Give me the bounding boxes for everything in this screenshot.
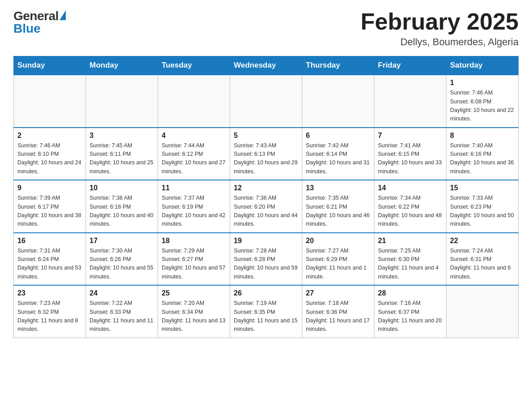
logo-triangle-icon [60,10,66,20]
calendar-day-header: Sunday [14,56,86,75]
day-info: Sunrise: 7:18 AMSunset: 6:36 PMDaylight:… [306,299,370,334]
calendar-cell: 5Sunrise: 7:43 AMSunset: 6:13 PMDaylight… [230,128,302,180]
day-number: 22 [450,237,515,245]
day-info: Sunrise: 7:41 AMSunset: 6:15 PMDaylight:… [378,141,442,176]
day-number: 3 [90,132,154,140]
calendar-cell: 23Sunrise: 7:23 AMSunset: 6:32 PMDayligh… [14,285,86,338]
day-info: Sunrise: 7:38 AMSunset: 6:18 PMDaylight:… [90,194,154,229]
calendar-cell [158,75,230,128]
day-number: 19 [234,237,298,245]
calendar-day-header: Saturday [446,56,519,75]
month-title: February 2025 [360,9,519,34]
day-info: Sunrise: 7:44 AMSunset: 6:12 PMDaylight:… [162,141,226,176]
location-title: Dellys, Boumerdes, Algeria [360,36,519,48]
calendar-cell: 11Sunrise: 7:37 AMSunset: 6:19 PMDayligh… [158,180,230,233]
day-info: Sunrise: 7:25 AMSunset: 6:30 PMDaylight:… [378,247,442,282]
day-info: Sunrise: 7:46 AMSunset: 6:08 PMDaylight:… [450,89,515,124]
calendar-cell: 15Sunrise: 7:33 AMSunset: 6:23 PMDayligh… [446,180,519,233]
day-info: Sunrise: 7:23 AMSunset: 6:32 PMDaylight:… [17,299,82,334]
day-number: 17 [90,237,154,245]
calendar-cell: 12Sunrise: 7:36 AMSunset: 6:20 PMDayligh… [230,180,302,233]
calendar-cell: 2Sunrise: 7:46 AMSunset: 6:10 PMDaylight… [14,128,86,180]
calendar-cell: 7Sunrise: 7:41 AMSunset: 6:15 PMDaylight… [374,128,446,180]
day-info: Sunrise: 7:16 AMSunset: 6:37 PMDaylight:… [378,299,442,334]
day-info: Sunrise: 7:34 AMSunset: 6:22 PMDaylight:… [378,194,442,229]
day-number: 21 [378,237,442,245]
day-info: Sunrise: 7:27 AMSunset: 6:29 PMDaylight:… [306,247,370,282]
calendar-week-row: 9Sunrise: 7:39 AMSunset: 6:17 PMDaylight… [14,180,519,233]
day-info: Sunrise: 7:24 AMSunset: 6:31 PMDaylight:… [450,247,515,282]
calendar-cell: 14Sunrise: 7:34 AMSunset: 6:22 PMDayligh… [374,180,446,233]
day-info: Sunrise: 7:39 AMSunset: 6:17 PMDaylight:… [17,194,82,229]
calendar-day-header: Wednesday [230,56,302,75]
calendar-day-header: Tuesday [158,56,230,75]
calendar-cell: 4Sunrise: 7:44 AMSunset: 6:12 PMDaylight… [158,128,230,180]
calendar-week-row: 16Sunrise: 7:31 AMSunset: 6:24 PMDayligh… [14,233,519,286]
day-number: 4 [162,132,226,140]
day-number: 16 [17,237,82,245]
calendar-cell: 22Sunrise: 7:24 AMSunset: 6:31 PMDayligh… [446,233,519,286]
day-info: Sunrise: 7:20 AMSunset: 6:34 PMDaylight:… [162,299,226,334]
calendar-cell: 27Sunrise: 7:18 AMSunset: 6:36 PMDayligh… [302,285,374,338]
day-number: 6 [306,132,370,140]
day-number: 14 [378,184,442,192]
day-info: Sunrise: 7:35 AMSunset: 6:21 PMDaylight:… [306,194,370,229]
calendar-cell: 28Sunrise: 7:16 AMSunset: 6:37 PMDayligh… [374,285,446,338]
calendar-cell [302,75,374,128]
title-section: February 2025 Dellys, Boumerdes, Algeria [360,9,519,48]
day-info: Sunrise: 7:31 AMSunset: 6:24 PMDaylight:… [17,247,82,282]
calendar-cell [446,285,519,338]
calendar-table: SundayMondayTuesdayWednesdayThursdayFrid… [13,56,519,338]
day-number: 13 [306,184,370,192]
calendar-cell: 18Sunrise: 7:29 AMSunset: 6:27 PMDayligh… [158,233,230,286]
logo: General Blue [13,9,66,36]
calendar-cell: 19Sunrise: 7:28 AMSunset: 6:28 PMDayligh… [230,233,302,286]
day-info: Sunrise: 7:29 AMSunset: 6:27 PMDaylight:… [162,247,226,282]
day-info: Sunrise: 7:46 AMSunset: 6:10 PMDaylight:… [17,141,82,176]
day-info: Sunrise: 7:22 AMSunset: 6:33 PMDaylight:… [90,299,154,334]
calendar-week-row: 23Sunrise: 7:23 AMSunset: 6:32 PMDayligh… [14,285,519,338]
calendar-day-header: Friday [374,56,446,75]
day-number: 1 [450,79,515,87]
day-number: 23 [17,289,82,297]
day-number: 26 [234,289,298,297]
calendar-cell: 8Sunrise: 7:40 AMSunset: 6:16 PMDaylight… [446,128,519,180]
day-info: Sunrise: 7:40 AMSunset: 6:16 PMDaylight:… [450,141,515,176]
calendar-cell: 25Sunrise: 7:20 AMSunset: 6:34 PMDayligh… [158,285,230,338]
calendar-day-header: Thursday [302,56,374,75]
day-number: 11 [162,184,226,192]
calendar-week-row: 2Sunrise: 7:46 AMSunset: 6:10 PMDaylight… [14,128,519,180]
logo-blue-text: Blue [13,21,41,36]
calendar-cell: 17Sunrise: 7:30 AMSunset: 6:26 PMDayligh… [86,233,158,286]
calendar-cell: 1Sunrise: 7:46 AMSunset: 6:08 PMDaylight… [446,75,519,128]
day-number: 7 [378,132,442,140]
calendar-cell: 20Sunrise: 7:27 AMSunset: 6:29 PMDayligh… [302,233,374,286]
calendar-cell: 10Sunrise: 7:38 AMSunset: 6:18 PMDayligh… [86,180,158,233]
day-info: Sunrise: 7:43 AMSunset: 6:13 PMDaylight:… [234,141,298,176]
day-number: 9 [17,184,82,192]
day-info: Sunrise: 7:37 AMSunset: 6:19 PMDaylight:… [162,194,226,229]
calendar-day-header: Monday [86,56,158,75]
day-info: Sunrise: 7:42 AMSunset: 6:14 PMDaylight:… [306,141,370,176]
day-info: Sunrise: 7:45 AMSunset: 6:11 PMDaylight:… [90,141,154,176]
day-info: Sunrise: 7:19 AMSunset: 6:35 PMDaylight:… [234,299,298,334]
calendar-cell [230,75,302,128]
day-info: Sunrise: 7:30 AMSunset: 6:26 PMDaylight:… [90,247,154,282]
day-number: 15 [450,184,515,192]
calendar-cell [14,75,86,128]
calendar-cell: 9Sunrise: 7:39 AMSunset: 6:17 PMDaylight… [14,180,86,233]
day-info: Sunrise: 7:36 AMSunset: 6:20 PMDaylight:… [234,194,298,229]
calendar-cell: 24Sunrise: 7:22 AMSunset: 6:33 PMDayligh… [86,285,158,338]
day-number: 24 [90,289,154,297]
calendar-header-row: SundayMondayTuesdayWednesdayThursdayFrid… [14,56,519,75]
day-number: 2 [17,132,82,140]
day-info: Sunrise: 7:33 AMSunset: 6:23 PMDaylight:… [450,194,515,229]
calendar-cell: 21Sunrise: 7:25 AMSunset: 6:30 PMDayligh… [374,233,446,286]
day-number: 27 [306,289,370,297]
day-number: 12 [234,184,298,192]
calendar-cell: 13Sunrise: 7:35 AMSunset: 6:21 PMDayligh… [302,180,374,233]
calendar-week-row: 1Sunrise: 7:46 AMSunset: 6:08 PMDaylight… [14,75,519,128]
day-number: 18 [162,237,226,245]
page-header: General Blue February 2025 Dellys, Boume… [13,9,519,48]
calendar-cell: 16Sunrise: 7:31 AMSunset: 6:24 PMDayligh… [14,233,86,286]
